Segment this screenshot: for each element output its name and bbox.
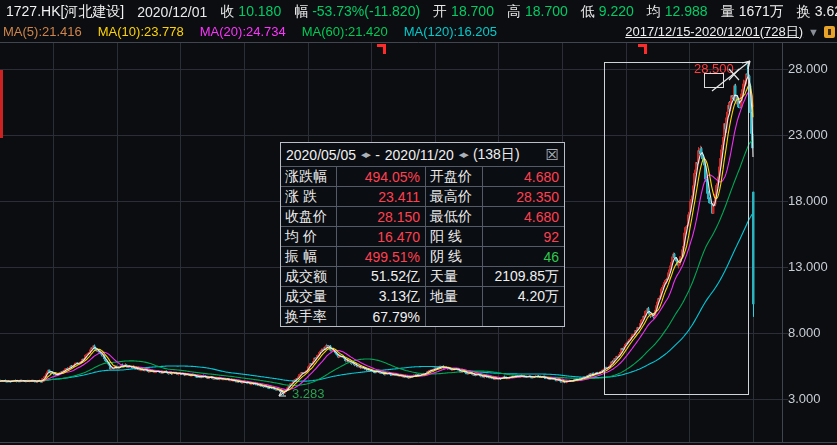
quote-field-value: 1671万 [739,3,784,21]
ma-label: MA(10):23.778 [98,24,184,39]
stats-value: 46 [483,247,564,266]
stats-value: 499.51% [337,247,425,266]
event-marker-icon [377,44,386,54]
quote-field-value: 12.988 [665,3,708,21]
stats-day-count: (138日) [473,146,520,164]
close-icon[interactable]: ☒ [546,147,559,162]
ma-label: MA(5):21.416 [3,24,82,39]
stats-end-date: 2020/11/20 [385,147,454,163]
range-selector[interactable]: 2017/12/15-2020/12/01(728日) ▼ [625,23,835,41]
quote-field: 高18.700 [507,3,568,21]
stats-panel-header[interactable]: 2020/05/05 ◂▸ - 2020/11/20 ◂▸ (138日) ☒ [281,143,564,166]
stats-grid: 涨跌幅494.05%开盘价4.680涨 跌23.411最高价28.350收盘价2… [281,167,564,326]
start-date-stepper-icon[interactable]: ◂▸ [361,148,370,161]
y-axis-label: 23.000 [788,127,828,142]
quote-field-label: 换 [797,3,811,21]
y-axis-label: 28.000 [788,61,828,76]
stats-label: 均 价 [281,227,336,246]
stats-label: 振 幅 [281,247,336,266]
stats-label: 涨跌幅 [281,167,336,186]
stats-value [483,307,564,326]
y-axis-label: 13.000 [788,259,828,274]
quote-date: 2020/12/01 [137,4,207,20]
left-scroll-marker [0,70,3,138]
ma-label: MA(60):21.420 [302,24,388,39]
stats-value: 494.05% [337,167,425,186]
quote-field-value: -53.73%(-11.820) [312,3,420,21]
date-separator: - [375,147,380,163]
quote-header: 1727.HK[河北建设] 2020/12/01 收10.180幅-53.73%… [0,0,837,42]
stats-label: 收盘价 [281,207,336,226]
quote-row: 1727.HK[河北建设] 2020/12/01 收10.180幅-53.73%… [0,0,837,22]
y-axis-label: 3.000 [788,391,821,406]
stats-value: 51.52亿 [337,267,425,286]
ma-label: MA(120):16.205 [404,24,497,39]
quote-field: 换3.62% [797,3,837,21]
quote-field-value: 3.62% [815,3,837,21]
quote-field: 收10.180 [220,3,281,21]
stats-value: 2109.85万 [483,267,564,286]
stats-value: 4.680 [483,207,564,226]
quote-field-label: 幅 [294,3,308,21]
stats-label: 最高价 [426,187,482,206]
quote-field: 量1671万 [721,3,784,21]
range-text[interactable]: 2017/12/15-2020/12/01(728日) [625,23,803,41]
quote-field-label: 高 [507,3,521,21]
quote-field: 均12.988 [647,3,708,21]
quote-field-value: 18.700 [451,3,494,21]
stats-value: 67.79% [337,307,425,326]
stats-value: 23.411 [337,187,425,206]
ma-label: MA(20):24.734 [200,24,286,39]
stats-value: 3.13亿 [337,287,425,306]
stats-value: 4.20万 [483,287,564,306]
quote-field-label: 均 [647,3,661,21]
quote-field: 开18.700 [433,3,494,21]
pin-icon[interactable] [824,26,835,38]
ma-row: MA(5):21.416MA(10):23.778MA(20):24.734MA… [0,22,837,41]
stats-value: 28.350 [483,187,564,206]
quote-field-label: 量 [721,3,735,21]
quote-field-label: 收 [220,3,234,21]
end-date-stepper-icon[interactable]: ◂▸ [459,148,468,161]
quote-field-label: 开 [433,3,447,21]
stats-label: 成交量 [281,287,336,306]
stats-label [426,307,482,326]
stats-start-date: 2020/05/05 [286,147,356,163]
region-stats-panel[interactable]: 2020/05/05 ◂▸ - 2020/11/20 ◂▸ (138日) ☒ 涨… [280,142,565,327]
stock-symbol: 1727.HK[河北建设] [6,3,124,21]
low-arrow-icon [274,385,292,400]
low-price-label: 3.283 [292,386,325,401]
quote-field-value: 9.220 [599,3,634,21]
chevron-down-icon[interactable]: ▼ [808,26,819,38]
stats-value: 28.150 [337,207,425,226]
quote-field: 幅-53.73%(-11.820) [294,3,420,21]
stats-label: 天量 [426,267,482,286]
arrow-annotation-icon [708,53,760,95]
y-axis-label: 18.000 [788,193,828,208]
quote-field: 低9.220 [581,3,634,21]
stats-label: 开盘价 [426,167,482,186]
quote-field-value: 18.700 [525,3,568,21]
stats-label: 涨 跌 [281,187,336,206]
stats-label: 最低价 [426,207,482,226]
stats-value: 92 [483,227,564,246]
y-axis-label: 8.000 [788,325,821,340]
stats-label: 换手率 [281,307,336,326]
stock-chart-app: 1727.HK[河北建设] 2020/12/01 收10.180幅-53.73%… [0,0,837,445]
event-marker-icon [638,44,647,54]
selection-rectangle[interactable] [604,62,749,395]
stats-label: 阴 线 [426,247,482,266]
quote-field-label: 低 [581,3,595,21]
stats-label: 阳 线 [426,227,482,246]
stats-value: 16.470 [337,227,425,246]
stats-label: 成交额 [281,267,336,286]
stats-value: 4.680 [483,167,564,186]
quote-field-value: 10.180 [238,3,281,21]
stats-label: 地量 [426,287,482,306]
